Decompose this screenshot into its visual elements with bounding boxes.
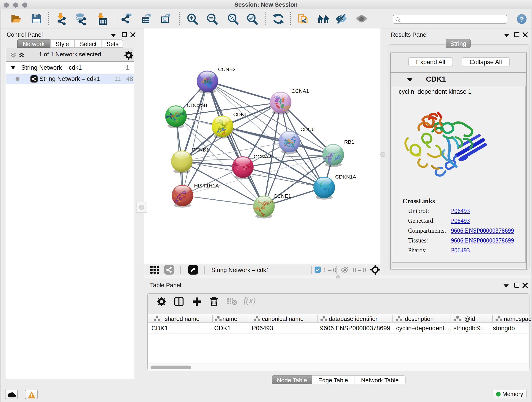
svg-text:CDC25B: CDC25B [187, 102, 207, 108]
svg-text:CDKN1A: CDKN1A [335, 174, 356, 180]
svg-text:RB1: RB1 [344, 139, 354, 145]
svg-text:?: ? [520, 15, 524, 23]
svg-text:HIST1H1A: HIST1H1A [194, 183, 219, 189]
svg-text:CCNA1: CCNA1 [291, 88, 309, 94]
svg-text:CDK1: CDK1 [233, 112, 247, 117]
svg-text:CCNA2: CCNA2 [254, 154, 271, 160]
svg-text:CDC6: CDC6 [300, 127, 315, 132]
svg-text:CCNB2: CCNB2 [218, 66, 236, 72]
svg-text:CCNB1: CCNB1 [191, 147, 209, 153]
svg-text:CCNE1: CCNE1 [273, 193, 291, 199]
